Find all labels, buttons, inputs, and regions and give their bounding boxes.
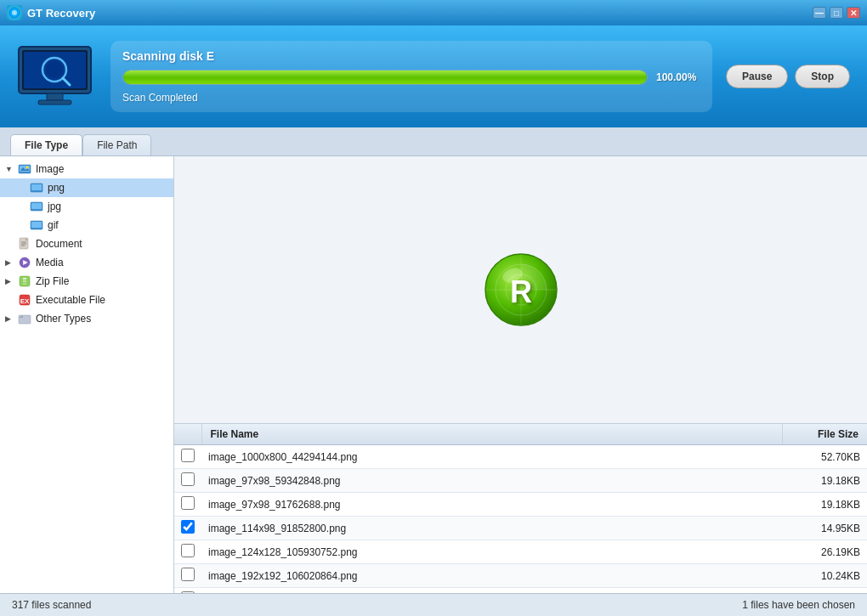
scan-status: Scan Completed [122,92,700,104]
app-icon [7,5,22,20]
svg-point-6 [46,61,63,78]
scan-info: Scanning disk E 100.00% Scan Completed [110,41,712,112]
row-filename: image_124x128_105930752.png [201,540,782,564]
tree-label-zip: Zip File [36,275,69,287]
table-row[interactable]: image_192x192_106020864.png10.24KB [174,564,867,588]
tree-label-other: Other Types [36,313,91,325]
file-table-body: image_1000x800_44294144.png52.70KBimage_… [174,445,867,594]
table-row[interactable]: image_124x128_105930752.png26.19KB [174,540,867,564]
svg-rect-29 [23,278,26,280]
tree-label-image: Image [36,163,64,175]
table-row[interactable]: image_97x98_59342848.png19.18KB [174,469,867,493]
pause-button[interactable]: Pause [726,65,788,88]
row-filename: image_114x98_91852800.png [201,517,782,540]
row-filesize: 19.18KB [782,493,867,517]
svg-point-13 [26,167,29,169]
tree-icon-executable: EX [17,293,32,307]
tree-label-png: png [48,182,65,194]
tab-file-type[interactable]: File Type [10,134,82,155]
file-table-wrapper: File Name File Size image_1000x800_44294… [174,423,867,593]
svg-text:EX: EX [20,297,30,305]
tree-arrow-image: ▼ [5,165,14,173]
progress-track [122,70,648,85]
tree-icon-image [17,162,32,176]
tree-arrow-zip: ▶ [5,277,14,285]
progress-fill [123,71,647,84]
tab-file-path[interactable]: File Path [82,134,151,155]
minimize-button[interactable]: — [813,7,826,19]
app-title: GT Recovery [27,7,813,20]
file-table: File Name File Size image_1000x800_44294… [174,424,867,593]
svg-rect-8 [47,93,63,100]
tree-icon-other [17,312,32,325]
tree-icon-document [17,237,32,251]
file-panel-logo-area: R [174,156,867,423]
tree-item-executable[interactable]: ▶ EX Executable File [0,291,173,309]
tree-arrow-media: ▶ [5,258,14,267]
row-checkbox[interactable] [181,449,195,462]
row-checkbox[interactable] [181,520,195,534]
col-name-header: File Name [201,424,782,445]
tab-bar: File Type File Path [0,127,867,155]
col-size-header: File Size [782,424,867,445]
tree-icon-zip [17,274,32,288]
row-checkbox[interactable] [181,568,195,581]
tree-item-media[interactable]: ▶ Media [0,253,173,272]
tree-icon-jpg [29,200,44,213]
tree-icon-png [29,181,44,195]
close-button[interactable]: ✕ [847,7,860,19]
svg-rect-31 [23,283,26,285]
row-filesize: 10.24KB [782,564,867,588]
files-chosen-status: 1 files have been chosen [742,599,855,611]
maximize-button[interactable]: □ [830,7,843,19]
table-row[interactable]: image_114x98_91852800.png14.95KB [174,517,867,540]
file-panel: R File Name File Size imag [174,156,867,593]
svg-rect-19 [31,222,42,228]
tree-item-png[interactable]: ▶ png [0,178,173,197]
progress-row: 100.00% [122,70,700,85]
tree-item-other[interactable]: ▶ Other Types [0,309,173,328]
status-bar: 317 files scanned 1 files have been chos… [0,593,867,616]
row-filename: image_97x98_91762688.png [201,493,782,517]
content-area: ▼ Image ▶ [0,155,867,593]
row-filename: image_97x98_59342848.png [201,469,782,493]
progress-percentage: 100.00% [656,71,700,83]
svg-rect-34 [19,315,31,324]
recovery-logo-icon: R [483,251,559,328]
svg-rect-15 [31,184,42,190]
tree-item-jpg[interactable]: ▶ jpg [0,197,173,216]
stop-button[interactable]: Stop [795,65,850,88]
row-checkbox[interactable] [181,544,195,557]
row-filename: image_192x192_106020864.png [201,564,782,588]
scan-buttons: Pause Stop [726,65,850,88]
tree-item-gif[interactable]: ▶ gif [0,216,173,235]
tree-item-document[interactable]: ▶ Document [0,235,173,253]
row-filesize: 52.70KB [782,445,867,469]
tree-icon-gif [29,218,44,232]
tree-item-image[interactable]: ▼ Image [0,160,173,178]
table-row[interactable]: image_1000x800_44294144.png52.70KB [174,445,867,469]
col-checkbox-header [174,424,201,445]
row-filesize: 26.19KB [782,540,867,564]
row-checkbox[interactable] [181,472,195,486]
scan-title: Scanning disk E [122,49,700,63]
svg-rect-9 [38,100,71,105]
window-controls: — □ ✕ [813,7,860,19]
main-content: File Type File Path ▼ Image [0,127,867,616]
row-filesize: 14.95KB [782,517,867,540]
monitor-icon [12,41,97,113]
table-header-row: File Name File Size [174,424,867,445]
tree-label-gif: gif [48,219,59,231]
tree-label-executable: Executable File [36,294,105,306]
tree-label-media: Media [36,257,64,268]
table-row[interactable]: image_97x98_91762688.png19.18KB [174,493,867,517]
tree-item-zip[interactable]: ▶ Zip File [0,272,173,291]
tree-label-jpg: jpg [48,201,61,212]
title-bar: GT Recovery — □ ✕ [0,0,867,25]
row-checkbox[interactable] [181,496,195,510]
svg-rect-30 [23,280,26,282]
tree-arrow-other: ▶ [5,314,14,323]
svg-point-1 [12,10,17,15]
file-tree: ▼ Image ▶ [0,156,174,593]
files-scanned-status: 317 files scanned [12,599,91,611]
